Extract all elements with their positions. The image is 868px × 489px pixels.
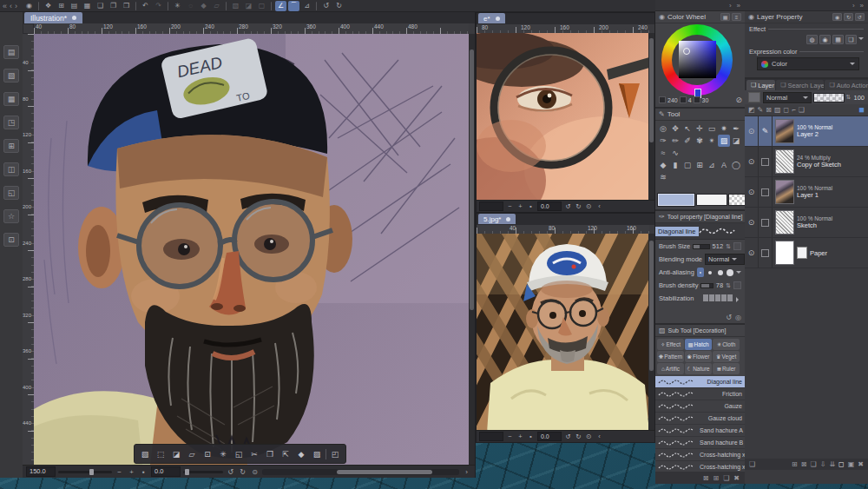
- material-history-icon[interactable]: ⊡: [3, 233, 19, 247]
- subtool-list-item[interactable]: Sand hachure A: [655, 425, 745, 437]
- balloon-tool-icon[interactable]: ◯: [730, 159, 742, 171]
- layer-visibility-icon[interactable]: ⊙: [745, 116, 759, 146]
- new-folder-icon[interactable]: ❏: [811, 460, 817, 468]
- zoom-out-button[interactable]: −: [506, 202, 514, 210]
- zoom-in-button[interactable]: +: [516, 433, 524, 440]
- rotation-value[interactable]: 0.0: [151, 466, 181, 477]
- blending-mode-dropdown[interactable]: Normal: [705, 254, 745, 265]
- shrink-selection-icon[interactable]: ⊡: [201, 447, 214, 460]
- tab-auto-action[interactable]: ❏ Auto Action: [825, 80, 868, 90]
- layer-name[interactable]: Copy of Sketch: [797, 161, 841, 169]
- density-option-button[interactable]: [733, 281, 741, 289]
- open-file-icon[interactable]: ▤: [69, 1, 80, 11]
- clear-selection-icon[interactable]: ◱: [232, 447, 246, 460]
- set-ruler-icon[interactable]: ⌐: [792, 106, 796, 114]
- material-download-icon[interactable]: ☆: [3, 209, 19, 223]
- layer-select-checkbox[interactable]: [761, 219, 769, 227]
- create-mask-icon[interactable]: ◻: [838, 460, 845, 468]
- forward-button[interactable]: ›: [15, 0, 17, 12]
- tab-close-icon[interactable]: [72, 16, 76, 20]
- tab-close-icon[interactable]: [506, 217, 510, 221]
- subtool-list-item[interactable]: Friction: [655, 388, 745, 400]
- collapse-button[interactable]: ‹: [595, 433, 603, 440]
- gradient-tool-icon[interactable]: ◆: [657, 159, 669, 171]
- sub-color-swatch[interactable]: [697, 195, 727, 205]
- zoom-out-button[interactable]: −: [115, 468, 124, 476]
- redo-icon[interactable]: ↷: [153, 1, 164, 11]
- subtool-category-button[interactable]: ≣ Ruler: [713, 363, 740, 374]
- material-monochromatic-icon[interactable]: ▦: [3, 92, 19, 106]
- reset-button[interactable]: ⊙: [585, 433, 593, 440]
- layer-row[interactable]: ⊙ ✎ 100 % Normal Layer 2: [745, 116, 868, 147]
- new-tone-icon[interactable]: ▨: [310, 447, 324, 460]
- brush-size-value[interactable]: 512: [713, 242, 724, 250]
- sub2-position-box[interactable]: [479, 432, 503, 441]
- panel-arrow-icon[interactable]: ›: [729, 2, 732, 10]
- launcher-divider[interactable]: [326, 449, 326, 459]
- sub1-vertical-scrollbar[interactable]: [648, 33, 654, 201]
- brush-density-value[interactable]: 78: [716, 281, 723, 289]
- scroll-right-button[interactable]: ›: [462, 468, 471, 476]
- subtool-category-button[interactable]: ❋ Pattern: [657, 351, 684, 362]
- layer-color-icon[interactable]: ◼: [858, 106, 865, 114]
- layer-row[interactable]: ⊙ ✎ 24 % Multiply Copy of Sketch: [745, 147, 868, 177]
- apply-mask-icon[interactable]: ▣: [848, 460, 855, 468]
- subtool-category-button[interactable]: ♛ Veget: [713, 351, 740, 362]
- subtool-list-item[interactable]: Gauze cloud: [655, 413, 745, 425]
- rotate-left-button[interactable]: ↺: [564, 433, 572, 440]
- onion-skin-icon[interactable]: ❏: [799, 106, 805, 114]
- tab-illustration[interactable]: Illustration*: [24, 12, 82, 23]
- draft-layer-icon[interactable]: ✎: [758, 106, 764, 114]
- rotate-right-button[interactable]: ↻: [238, 468, 247, 476]
- panel-overflow-icon[interactable]: »: [737, 2, 740, 10]
- always-show-icon[interactable]: ◉: [832, 13, 842, 21]
- sv-cursor[interactable]: [683, 48, 690, 55]
- deselect-icon[interactable]: ▧: [138, 447, 152, 460]
- tab-layer[interactable]: ❏ Layer: [746, 80, 775, 90]
- new-raster-layer-icon[interactable]: ⊞: [792, 460, 798, 468]
- opacity-slider[interactable]: [814, 94, 844, 102]
- layer-reflect-icon[interactable]: ❏: [845, 35, 857, 44]
- canvas-horizontal-scrollbar[interactable]: [262, 469, 459, 475]
- aa-none-button[interactable]: [697, 268, 704, 277]
- lock-subtool-icon[interactable]: ⊠: [703, 474, 709, 482]
- two-pane-view-icon[interactable]: ❏: [749, 460, 755, 468]
- new-vector-layer-icon[interactable]: ⊠: [801, 460, 807, 468]
- fill-icon[interactable]: ◆: [198, 1, 209, 11]
- frame-border-tool-icon[interactable]: ⊞: [694, 159, 706, 171]
- tab-close-icon[interactable]: [496, 17, 500, 21]
- auto-select-tool-icon[interactable]: ✷: [718, 122, 730, 135]
- rotate-left-button[interactable]: ↺: [564, 202, 572, 210]
- object-launcher-icon[interactable]: ❖: [43, 1, 54, 11]
- main-color-swatch[interactable]: [658, 194, 694, 206]
- airbrush-tool-icon[interactable]: ✴: [706, 135, 718, 147]
- move-layer-tool-icon[interactable]: ✛: [694, 122, 706, 135]
- layer-row[interactable]: ⊙ ✎ 100 % Normal Sketch: [745, 208, 868, 238]
- app-logo-icon[interactable]: ◉: [23, 1, 35, 11]
- decoration-tool-icon[interactable]: ▨: [718, 135, 730, 147]
- reference-photo-eye[interactable]: [477, 33, 649, 202]
- layer-name[interactable]: Layer 1: [797, 191, 832, 199]
- export-batch-icon[interactable]: ❐: [108, 1, 119, 11]
- layer-row[interactable]: ⊙ ✎ Paper: [745, 238, 868, 268]
- subtool-list-item[interactable]: Sand hachure B: [655, 437, 745, 449]
- flow-tool-icon[interactable]: ≋: [657, 171, 669, 183]
- transparent-swatch[interactable]: [729, 195, 745, 205]
- fill-tool-icon[interactable]: ▮: [669, 159, 681, 171]
- subtool-category-button[interactable]: ❀ Flower: [685, 351, 712, 362]
- saturation-value-square[interactable]: [679, 41, 716, 78]
- sub2-vertical-scrollbar[interactable]: [648, 234, 654, 431]
- sub1-rotation-value[interactable]: 0.0: [537, 202, 562, 211]
- blend-tool-icon[interactable]: ≈: [657, 147, 669, 159]
- apply-all-icon[interactable]: ↻: [844, 13, 853, 21]
- reference-phot-portrait[interactable]: [477, 234, 649, 433]
- subtool-list-item[interactable]: Diagonal line: [655, 376, 745, 388]
- rotate-view-right-icon[interactable]: ↻: [333, 1, 345, 11]
- aa-strong-button[interactable]: [727, 268, 733, 277]
- zoom-value[interactable]: 150.0: [26, 466, 56, 477]
- new-canvas-icon[interactable]: ⊞: [56, 1, 67, 11]
- quick-access-palette-icon[interactable]: ▤: [3, 45, 19, 59]
- selection-running-icon[interactable]: ✳: [172, 1, 183, 11]
- aa-weak-button[interactable]: [707, 268, 713, 277]
- material-image-icon[interactable]: ⊞: [3, 139, 19, 153]
